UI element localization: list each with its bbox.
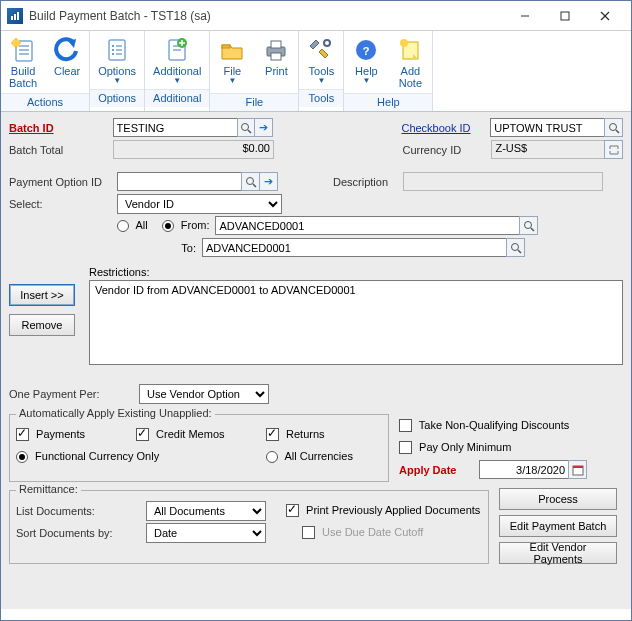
apply-date-label: Apply Date xyxy=(399,464,479,476)
svg-line-45 xyxy=(253,184,256,187)
checkbook-id-label[interactable]: Checkbook ID xyxy=(401,122,490,134)
remittance-legend: Remittance: xyxy=(16,483,81,495)
select-dropdown[interactable]: Vendor ID xyxy=(117,194,282,214)
additional-button[interactable]: Additional ▼ xyxy=(145,34,209,87)
maximize-button[interactable] xyxy=(545,2,585,30)
svg-line-43 xyxy=(616,130,619,133)
tools-button[interactable]: Tools ▼ xyxy=(299,34,343,87)
svg-line-41 xyxy=(248,130,251,133)
svg-rect-32 xyxy=(271,41,281,48)
minimize-button[interactable] xyxy=(505,2,545,30)
payments-checkbox[interactable]: Payments xyxy=(16,428,136,442)
chevron-down-icon: ▼ xyxy=(228,76,236,85)
additional-icon xyxy=(163,36,191,64)
svg-line-49 xyxy=(518,250,521,253)
insert-button[interactable]: Insert >> xyxy=(9,284,75,306)
lookup-icon[interactable] xyxy=(519,216,538,235)
svg-point-48 xyxy=(511,243,518,250)
credit-memos-checkbox[interactable]: Credit Memos xyxy=(136,428,266,442)
options-icon xyxy=(103,36,131,64)
checkbook-id-input[interactable] xyxy=(490,118,605,137)
undo-icon xyxy=(53,36,81,64)
expand-icon[interactable] xyxy=(604,140,623,159)
svg-point-40 xyxy=(242,123,249,130)
range-to-label: To: xyxy=(9,242,202,254)
ribbon: Build Batch Clear Actions Options ▼ Opti… xyxy=(1,31,631,112)
svg-point-11 xyxy=(12,39,20,47)
edit-vendor-payments-button[interactable]: Edit Vendor Payments xyxy=(499,542,617,564)
chevron-down-icon: ▼ xyxy=(317,76,325,85)
currency-id-value: Z-US$ xyxy=(491,140,605,159)
process-button[interactable]: Process xyxy=(499,488,617,510)
app-icon xyxy=(7,8,23,24)
tools-icon xyxy=(307,36,335,64)
svg-text:?: ? xyxy=(363,45,370,57)
restrictions-list[interactable]: Vendor ID from ADVANCED0001 to ADVANCED0… xyxy=(89,280,623,365)
range-all-radio[interactable]: All xyxy=(117,219,148,232)
apply-date-input[interactable] xyxy=(479,460,569,479)
svg-point-18 xyxy=(112,45,114,47)
one-payment-per-dropdown[interactable]: Use Vendor Option xyxy=(139,384,269,404)
file-button[interactable]: File ▼ xyxy=(210,34,254,91)
functional-currency-radio[interactable]: Functional Currency Only xyxy=(16,450,196,463)
list-documents-dropdown[interactable]: All Documents xyxy=(146,501,266,521)
calendar-icon[interactable] xyxy=(568,460,587,479)
lookup-icon[interactable] xyxy=(237,118,256,137)
description-label: Description xyxy=(333,176,403,188)
batch-id-input[interactable] xyxy=(113,118,238,137)
svg-rect-4 xyxy=(561,12,569,20)
close-button[interactable] xyxy=(585,2,625,30)
returns-checkbox[interactable]: Returns xyxy=(266,428,325,442)
print-button[interactable]: Print xyxy=(254,34,298,91)
lookup-icon[interactable] xyxy=(604,118,623,137)
svg-point-20 xyxy=(112,53,114,55)
svg-point-19 xyxy=(112,49,114,51)
restrictions-label: Restrictions: xyxy=(89,266,623,278)
sort-documents-label: Sort Documents by: xyxy=(16,527,146,539)
lookup-icon[interactable] xyxy=(506,238,525,257)
svg-point-46 xyxy=(524,221,531,228)
help-button[interactable]: ? Help ▼ xyxy=(344,34,388,91)
payment-option-id-input[interactable] xyxy=(117,172,242,191)
payment-option-id-label: Payment Option ID xyxy=(9,176,117,188)
folder-icon xyxy=(218,36,246,64)
svg-line-47 xyxy=(531,228,534,231)
sort-documents-dropdown[interactable]: Date xyxy=(146,523,266,543)
build-batch-icon xyxy=(9,36,37,64)
use-due-date-checkbox[interactable]: Use Due Date Cutoff xyxy=(302,526,423,540)
help-icon: ? xyxy=(352,36,380,64)
svg-point-34 xyxy=(324,40,330,46)
lookup-icon[interactable] xyxy=(241,172,260,191)
svg-rect-2 xyxy=(17,12,19,20)
batch-id-label[interactable]: Batch ID xyxy=(9,122,113,134)
svg-point-44 xyxy=(246,177,253,184)
print-prev-checkbox[interactable]: Print Previously Applied Documents xyxy=(286,504,480,518)
range-from-input[interactable] xyxy=(215,216,520,235)
printer-icon xyxy=(262,36,290,64)
build-batch-button[interactable]: Build Batch xyxy=(1,34,45,91)
auto-apply-legend: Automatically Apply Existing Unapplied: xyxy=(16,407,215,419)
svg-rect-30 xyxy=(222,45,230,48)
all-currencies-radio[interactable]: All Currencies xyxy=(266,450,353,463)
add-note-button[interactable]: Add Note xyxy=(388,34,432,91)
restriction-item[interactable]: Vendor ID from ADVANCED0001 to ADVANCED0… xyxy=(95,284,617,296)
one-payment-per-label: One Payment Per: xyxy=(9,388,139,400)
chevron-down-icon: ▼ xyxy=(173,76,181,85)
batch-total-label: Batch Total xyxy=(9,144,113,156)
svg-rect-0 xyxy=(11,16,13,20)
pay-only-minimum-checkbox[interactable]: Pay Only Minimum xyxy=(399,441,511,455)
options-button[interactable]: Options ▼ xyxy=(90,34,144,87)
clear-button[interactable]: Clear xyxy=(45,34,89,91)
take-nonqualifying-checkbox[interactable]: Take Non-Qualifying Discounts xyxy=(399,419,569,433)
note-icon xyxy=(396,36,424,64)
remove-button[interactable]: Remove xyxy=(9,314,75,336)
edit-payment-batch-button[interactable]: Edit Payment Batch xyxy=(499,515,617,537)
batch-total-value: $0.00 xyxy=(113,140,274,159)
list-documents-label: List Documents: xyxy=(16,505,146,517)
arrow-right-icon[interactable]: ➔ xyxy=(259,172,278,191)
svg-point-39 xyxy=(400,39,408,47)
arrow-right-icon[interactable]: ➔ xyxy=(254,118,273,137)
range-to-input[interactable] xyxy=(202,238,507,257)
svg-rect-51 xyxy=(573,466,583,468)
range-from-radio[interactable]: From: xyxy=(162,219,210,232)
